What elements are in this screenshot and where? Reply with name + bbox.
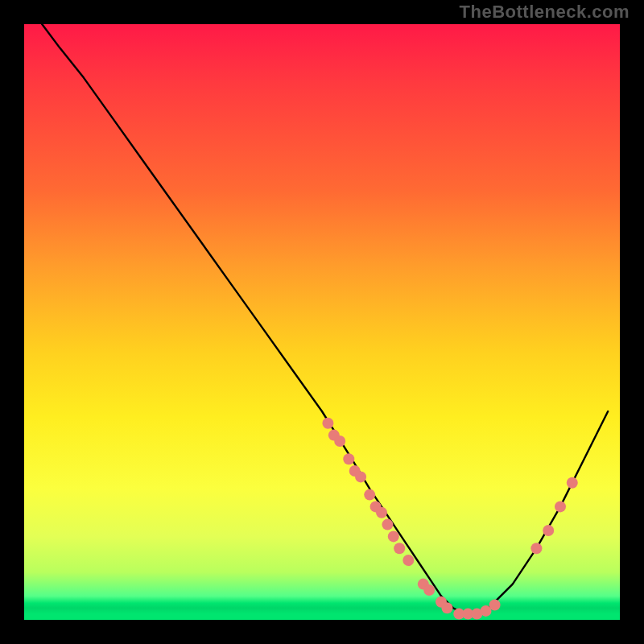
data-point <box>322 418 333 429</box>
chart-svg <box>24 24 620 620</box>
data-point <box>402 555 414 566</box>
plot-area <box>24 24 620 620</box>
data-point <box>364 489 375 501</box>
data-point <box>555 501 566 512</box>
data-point <box>489 600 501 611</box>
data-point <box>382 519 393 530</box>
data-point <box>334 436 345 447</box>
data-point <box>388 530 399 542</box>
data-point <box>543 525 554 536</box>
chart-frame: TheBottleneck.com <box>0 0 644 644</box>
data-point <box>423 584 435 596</box>
main-curve <box>42 24 608 614</box>
data-point <box>530 543 542 554</box>
data-point <box>394 543 405 554</box>
watermark-text: TheBottleneck.com <box>460 2 630 23</box>
scatter-dots <box>322 418 577 620</box>
data-point <box>376 507 387 518</box>
data-point <box>567 477 578 489</box>
data-point <box>441 602 452 613</box>
data-point <box>343 453 354 464</box>
data-point <box>355 471 366 482</box>
